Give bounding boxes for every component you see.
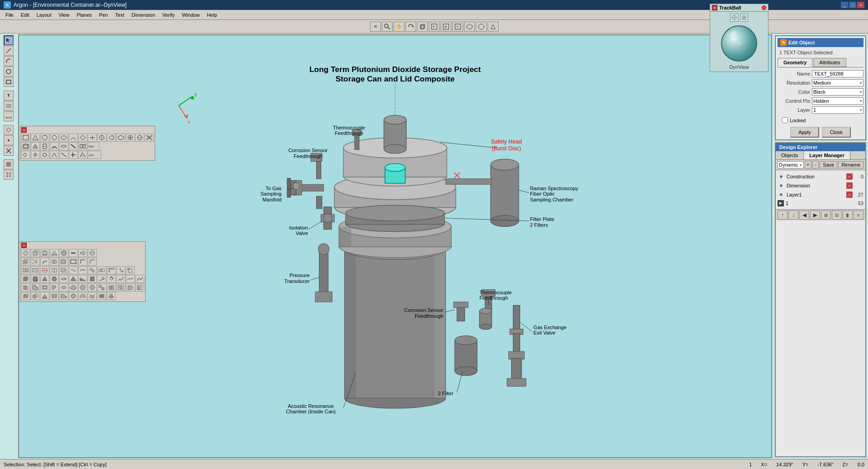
shape-btn-25[interactable] bbox=[40, 151, 49, 159]
3d-cylinder-btn[interactable] bbox=[40, 249, 49, 257]
3d-r12-btn[interactable] bbox=[126, 283, 135, 292]
menu-text[interactable]: Text bbox=[112, 11, 128, 19]
3d-align-btn[interactable] bbox=[88, 266, 97, 274]
3d-arrow-btn[interactable] bbox=[78, 249, 87, 257]
de-up-btn[interactable]: ↑ bbox=[778, 211, 787, 220]
3d-gear-btn[interactable] bbox=[107, 275, 116, 283]
3d-revolve-btn[interactable] bbox=[31, 258, 40, 266]
3d-spring-btn[interactable] bbox=[116, 275, 125, 283]
shape-btn-13[interactable] bbox=[135, 134, 144, 142]
top-view-btn[interactable]: T bbox=[452, 22, 463, 32]
3d-solid-box-btn[interactable] bbox=[21, 275, 30, 283]
menu-window[interactable]: Window bbox=[178, 11, 203, 19]
de-menu-btn[interactable]: ≡ bbox=[854, 211, 863, 220]
menu-layout[interactable]: Layout bbox=[33, 11, 55, 19]
menu-view[interactable]: View bbox=[55, 11, 73, 19]
zoom-toolbar-btn[interactable] bbox=[382, 22, 393, 32]
3d-split-btn[interactable] bbox=[21, 266, 30, 274]
hatch-tool-btn[interactable] bbox=[4, 101, 14, 111]
shape-btn-29[interactable] bbox=[78, 151, 87, 159]
de-tab-layer-manager[interactable]: Layer Manager bbox=[804, 151, 850, 159]
de-delete-btn[interactable]: 🗑 bbox=[843, 211, 853, 220]
arc-tool-btn[interactable] bbox=[4, 56, 14, 66]
shape-btn-2[interactable] bbox=[31, 134, 40, 142]
layer-eye-dimension[interactable] bbox=[778, 182, 785, 189]
3d-r11-btn[interactable] bbox=[116, 283, 125, 292]
3d-s9-btn[interactable] bbox=[97, 292, 106, 300]
shape-btn-8[interactable] bbox=[88, 134, 97, 142]
shape-btn-20[interactable] bbox=[69, 142, 78, 150]
3d-surface-btn[interactable] bbox=[135, 275, 144, 283]
3d-s4-btn[interactable] bbox=[50, 292, 59, 300]
viewport[interactable]: Long Term Plutonium Dioxide Storage Proj… bbox=[18, 34, 772, 458]
3d-s7-btn[interactable] bbox=[78, 292, 87, 300]
shape-btn-21[interactable] bbox=[78, 142, 87, 150]
3d-solid-sphere-btn[interactable] bbox=[50, 275, 59, 283]
shape-btn-19[interactable] bbox=[59, 142, 68, 150]
trackball-close-btn[interactable]: × bbox=[712, 5, 717, 10]
de-collapse-btn[interactable]: ⊟ bbox=[832, 211, 842, 220]
text-tool-btn[interactable]: T bbox=[4, 91, 14, 100]
3d-sphere2-btn[interactable] bbox=[88, 249, 97, 257]
3d-pipe-btn[interactable] bbox=[69, 249, 78, 257]
shape-btn-18[interactable] bbox=[50, 142, 59, 150]
shape-btn-26[interactable] bbox=[50, 151, 59, 159]
3d-project-btn[interactable] bbox=[50, 266, 59, 274]
trackball-ctrl-2[interactable] bbox=[740, 14, 748, 22]
shape-btn-23[interactable] bbox=[21, 151, 30, 159]
maximize-button[interactable]: □ bbox=[849, 2, 856, 8]
3d-r5-btn[interactable] bbox=[59, 283, 68, 292]
3d-combine-btn[interactable] bbox=[31, 266, 40, 274]
resolution-select[interactable]: Medium bbox=[812, 79, 863, 86]
3d-solid-tube-btn[interactable] bbox=[88, 275, 97, 283]
menu-file[interactable]: File bbox=[2, 11, 17, 19]
3d-torus-btn[interactable] bbox=[59, 249, 68, 257]
3d-r6-btn[interactable] bbox=[69, 283, 78, 292]
3d-array-btn[interactable] bbox=[107, 266, 116, 274]
3d-solid-cone-btn[interactable] bbox=[40, 275, 49, 283]
right-view-btn[interactable]: R bbox=[441, 22, 451, 32]
layer-eye-construction[interactable] bbox=[778, 173, 785, 180]
menu-dimension[interactable]: Dimension bbox=[128, 11, 159, 19]
minimize-button[interactable]: _ bbox=[841, 2, 848, 8]
3d-r1-btn[interactable] bbox=[21, 283, 30, 292]
solid-tool-btn[interactable] bbox=[4, 159, 14, 169]
3d-s3-btn[interactable] bbox=[40, 292, 49, 300]
de-prev-btn[interactable]: ◀ bbox=[799, 211, 809, 220]
3d-fillet-btn[interactable] bbox=[78, 258, 87, 266]
3d-helix-btn[interactable] bbox=[97, 275, 106, 283]
menu-verify[interactable]: Verify bbox=[159, 11, 179, 19]
tab-geometry[interactable]: Geometry bbox=[778, 58, 812, 67]
shape-btn-1[interactable] bbox=[21, 134, 30, 142]
de-rename-btn[interactable]: Rename bbox=[838, 161, 863, 168]
control-pts-select[interactable]: Hidden bbox=[812, 97, 863, 105]
shape-btn-10[interactable] bbox=[107, 134, 116, 142]
layer-name-layer1[interactable]: Layer1 bbox=[787, 192, 844, 197]
close-button[interactable]: × bbox=[857, 2, 864, 8]
shape-btn-6[interactable] bbox=[69, 134, 78, 142]
tab-attributes[interactable]: Attributes bbox=[813, 58, 846, 67]
shape-btn-24[interactable] bbox=[31, 151, 40, 159]
3d-boolean-btn[interactable] bbox=[50, 258, 59, 266]
close-button-panel[interactable]: Close bbox=[822, 127, 851, 138]
trackball-ctrl-1[interactable] bbox=[730, 14, 738, 22]
cancel-toolbar-btn[interactable]: ✕ bbox=[370, 22, 381, 32]
shape-btn-16[interactable] bbox=[31, 142, 40, 150]
3d-s6-btn[interactable] bbox=[69, 292, 78, 300]
3d-move-btn[interactable] bbox=[116, 266, 125, 274]
select-tool-btn[interactable] bbox=[4, 35, 14, 45]
menu-pen[interactable]: Pen bbox=[95, 11, 112, 19]
shape-btn-14[interactable] bbox=[145, 134, 154, 142]
3d-r7-btn[interactable] bbox=[78, 283, 87, 292]
box-view-btn[interactable] bbox=[417, 22, 428, 32]
wire-view-btn[interactable] bbox=[488, 22, 498, 32]
rect-tool-btn[interactable] bbox=[4, 77, 14, 87]
3d-solid-cyl-btn[interactable] bbox=[31, 275, 40, 283]
3d-s1-btn[interactable] bbox=[21, 292, 30, 300]
3d-solid-wedge-btn[interactable] bbox=[78, 275, 87, 283]
shape-btn-9[interactable] bbox=[97, 134, 106, 142]
pan-toolbar-btn[interactable]: ✋ bbox=[394, 22, 404, 32]
shape-btn-11[interactable] bbox=[116, 134, 125, 142]
shape-btn-17[interactable] bbox=[40, 142, 49, 150]
layer-name-dimension[interactable]: Dimension bbox=[787, 183, 844, 188]
